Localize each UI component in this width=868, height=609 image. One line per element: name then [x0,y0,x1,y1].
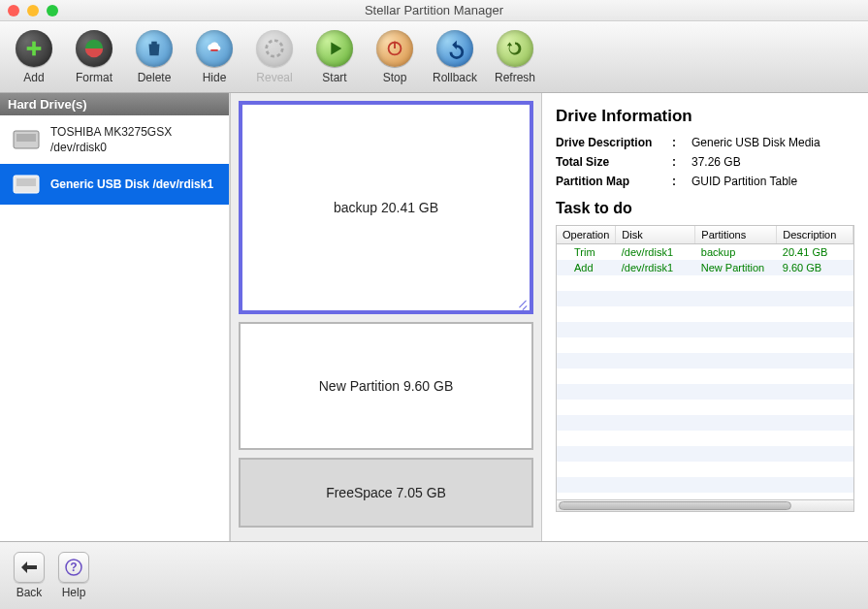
sidebar: Hard Drive(s) TOSHIBA MK3275GSX /dev/rdi… [0,93,230,541]
svg-rect-2 [210,48,217,50]
close-window-button[interactable] [8,5,19,16]
disk-icon [12,174,41,195]
task-table: Operation Disk Partitions Description Tr… [557,226,853,493]
minimize-window-button[interactable] [27,5,39,16]
refresh-icon [504,38,526,59]
main-area: Hard Drive(s) TOSHIBA MK3275GSX /dev/rdi… [0,93,868,541]
partition-label: New Partition 9.60 GB [319,378,454,394]
info-row: Partition Map: GUID Partition Table [556,175,854,188]
titlebar: Stellar Partition Manager [0,0,868,21]
svg-rect-8 [16,178,36,186]
reveal-button: Reveal [246,30,303,84]
power-icon [384,38,405,59]
maximize-window-button[interactable] [47,5,58,16]
footer: Back ? Help [0,541,868,609]
svg-text:?: ? [70,561,77,574]
task-heading: Task to do [556,200,854,217]
disk-name: TOSHIBA MK3275GSX [50,125,172,139]
svg-rect-4 [394,41,396,48]
horizontal-scrollbar[interactable] [557,499,853,511]
cloud-hide-icon [204,38,225,59]
task-row[interactable]: Trim/dev/rdisk1backup20.41 GB [557,244,853,261]
rollback-icon [444,38,466,59]
sidebar-item-disk0[interactable]: TOSHIBA MK3275GSX /dev/rdisk0 [0,115,229,164]
partition-new[interactable]: New Partition 9.60 GB [239,322,533,450]
disk-icon [12,129,41,150]
partition-label: backup 20.41 GB [334,200,438,215]
format-icon [83,38,105,59]
task-row[interactable]: Add/dev/rdisk1New Partition9.60 GB [557,260,853,275]
back-icon [14,552,45,583]
back-button[interactable]: Back [14,552,45,599]
info-row: Drive Description: Generic USB Disk Medi… [556,136,854,149]
col-partitions[interactable]: Partitions [695,226,777,244]
start-button[interactable]: Start [306,30,363,84]
refresh-button[interactable]: Refresh [487,30,543,84]
format-button[interactable]: Format [66,30,122,84]
window-title: Stellar Partition Manager [0,3,868,17]
rollback-button[interactable]: Rollback [427,30,483,84]
task-table-wrap: Operation Disk Partitions Description Tr… [556,225,854,512]
col-disk[interactable]: Disk [616,226,695,244]
disk-path: /dev/rdisk0 [50,141,172,154]
play-icon [324,38,345,59]
sidebar-item-disk1[interactable]: Generic USB Disk /dev/rdisk1 [0,164,229,205]
partition-map: backup 20.41 GB New Partition 9.60 GB Fr… [230,93,542,541]
partition-backup[interactable]: backup 20.41 GB [239,101,533,314]
help-icon: ? [58,552,89,583]
stop-button[interactable]: Stop [367,30,423,84]
plus-icon [23,38,45,59]
hide-button[interactable]: Hide [186,30,242,84]
reveal-icon [264,38,285,59]
scrollbar-thumb[interactable] [559,501,791,510]
sidebar-header: Hard Drive(s) [0,93,229,115]
col-operation[interactable]: Operation [557,226,616,244]
delete-button[interactable]: Delete [126,30,182,84]
add-button[interactable]: Add [6,30,62,84]
partition-label: FreeSpace 7.05 GB [326,485,446,500]
col-description[interactable]: Description [777,226,853,244]
partition-freespace[interactable]: FreeSpace 7.05 GB [239,458,533,528]
svg-rect-1 [27,47,42,50]
svg-rect-6 [16,134,36,142]
trash-icon [144,38,165,59]
info-panel: Drive Information Drive Description: Gen… [542,93,868,541]
resize-handle-icon[interactable] [515,296,529,309]
info-row: Total Size: 37.26 GB [556,155,854,169]
help-button[interactable]: ? Help [58,552,89,599]
toolbar: Add Format Delete Hide Reveal Start Stop… [0,21,868,93]
disk-name: Generic USB Disk /dev/rdisk1 [50,177,213,191]
info-heading: Drive Information [556,107,854,126]
